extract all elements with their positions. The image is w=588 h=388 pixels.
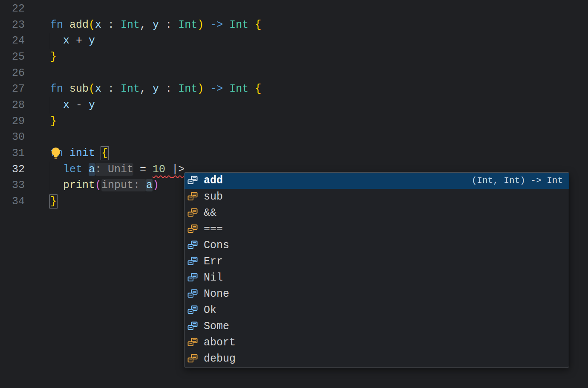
suggestion-item-nil[interactable]: Nil (184, 270, 569, 286)
code-token (223, 83, 229, 95)
suggestion-item--[interactable]: && (184, 205, 569, 221)
code-line-31[interactable]: 31fn init { (0, 145, 588, 162)
completion-kind-icon (187, 240, 198, 251)
suggestion-item-none[interactable]: None (184, 286, 569, 302)
suggestion-label: === (204, 221, 223, 237)
line-number: 27 (0, 81, 25, 97)
code-token: ( (89, 19, 95, 31)
completion-kind-icon (187, 224, 198, 235)
code-token: : (159, 19, 178, 31)
code-token: y (153, 83, 159, 95)
completion-kind-icon (187, 256, 198, 267)
code-text[interactable]: fn sub(x : Int, y : Int) -> Int { (50, 81, 261, 97)
code-token: fn (50, 19, 69, 31)
code-token: { (255, 83, 261, 95)
suggestion-item-some[interactable]: Some (184, 319, 569, 335)
line-number: 25 (0, 49, 25, 65)
code-token (50, 99, 63, 111)
code-text[interactable]: } (50, 194, 57, 210)
code-text[interactable]: x + y (50, 33, 95, 49)
suggestion-item-cons[interactable]: Cons (184, 237, 569, 254)
code-token: print (63, 179, 95, 191)
suggestion-label: sub (204, 189, 223, 205)
suggestion-item-sub[interactable]: sub (184, 189, 569, 205)
code-token: -> (210, 19, 223, 31)
code-token: ) (153, 179, 159, 191)
code-token: Int (229, 83, 248, 95)
code-text[interactable]: fn add(x : Int, y : Int) -> Int { (50, 17, 261, 33)
lightbulb-icon[interactable] (49, 146, 63, 161)
completion-kind-icon (187, 337, 198, 348)
code-editor[interactable]: 2223fn add(x : Int, y : Int) -> Int {24 … (0, 0, 588, 388)
code-line-29[interactable]: 29} (0, 113, 588, 130)
code-token (204, 83, 210, 95)
suggestion-label: Cons (204, 237, 229, 254)
code-token: y (89, 99, 95, 111)
code-token: ( (95, 179, 101, 191)
suggestion-label: abort (204, 335, 236, 351)
code-token: x (95, 83, 101, 95)
code-line-26[interactable]: 26 (0, 65, 588, 81)
line-number: 28 (0, 97, 25, 113)
suggestion-label: add (204, 173, 223, 189)
line-number: 29 (0, 113, 25, 130)
code-token: } (50, 51, 57, 63)
code-token (165, 163, 172, 176)
code-token: , (140, 19, 153, 31)
line-number: 23 (0, 17, 25, 33)
inlay-hint: input: (101, 179, 146, 191)
code-token: let (63, 163, 82, 176)
line-number: 24 (0, 33, 25, 49)
line-number: 32 (0, 162, 25, 178)
code-token (50, 163, 63, 176)
code-token: add (69, 19, 89, 31)
code-line-23[interactable]: 23fn add(x : Int, y : Int) -> Int { (0, 17, 588, 33)
code-token (223, 19, 229, 31)
inlay-hint: : Unit (95, 163, 133, 176)
code-line-25[interactable]: 25} (0, 49, 588, 65)
code-token: y (89, 35, 95, 47)
code-token: -> (210, 83, 223, 95)
suggestion-label: Err (204, 254, 223, 270)
code-text[interactable]: } (50, 113, 57, 130)
code-token: Int (229, 19, 248, 31)
suggestion-item-ok[interactable]: Ok (184, 302, 569, 319)
suggestion-item-err[interactable]: Err (184, 254, 569, 270)
code-token: init (69, 147, 95, 159)
code-line-27[interactable]: 27fn sub(x : Int, y : Int) -> Int { (0, 81, 588, 97)
code-token: fn (50, 83, 69, 95)
code-token: { (101, 147, 108, 159)
code-line-22[interactable]: 22 (0, 1, 588, 17)
suggestion-item-abort[interactable]: abort (184, 335, 569, 351)
code-token (95, 147, 101, 159)
code-token: ( (89, 83, 95, 95)
code-line-30[interactable]: 30 (0, 129, 588, 145)
code-token: Int (178, 19, 197, 31)
code-token (50, 179, 63, 191)
code-token: Int (121, 19, 140, 31)
code-text[interactable]: x - y (50, 97, 95, 113)
suggestion-label: && (204, 205, 216, 221)
code-token: : (101, 19, 121, 31)
code-token: = (133, 163, 153, 176)
suggestion-item--[interactable]: === (184, 221, 569, 237)
completion-kind-icon (187, 353, 198, 365)
completion-kind-icon (187, 321, 198, 332)
code-token: } (50, 115, 57, 127)
code-token: - (69, 99, 89, 111)
suggestion-item-add[interactable]: add(Int, Int) -> Int (184, 173, 569, 189)
code-text[interactable]: print(input: a) (50, 177, 159, 194)
code-token: { (255, 19, 261, 31)
suggestion-label: debug (204, 351, 236, 367)
code-token: 10 (153, 163, 165, 176)
line-number: 34 (0, 194, 25, 210)
code-token: a (89, 163, 95, 176)
code-line-28[interactable]: 28 x - y (0, 97, 588, 113)
suggestion-label: Some (204, 319, 229, 335)
code-token: + (69, 35, 89, 47)
code-line-24[interactable]: 24 x + y (0, 33, 588, 49)
code-text[interactable]: let a: Unit = 10 |> (50, 162, 184, 178)
suggestion-item-debug[interactable]: debug (184, 351, 569, 367)
code-text[interactable]: } (50, 49, 57, 65)
code-token: x (63, 35, 69, 47)
